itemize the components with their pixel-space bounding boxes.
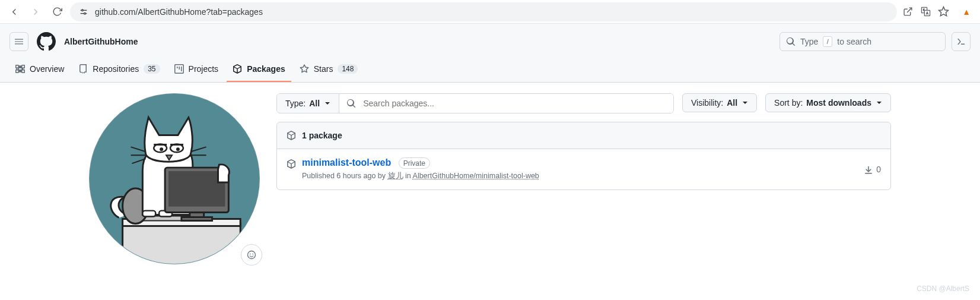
main-content: Type: All Visibility: All Sort by: Most …	[276, 93, 891, 269]
tab-packages[interactable]: Packages	[227, 59, 291, 82]
visibility-badge: Private	[399, 157, 430, 169]
svg-point-19	[160, 147, 163, 151]
svg-rect-23	[168, 171, 225, 207]
svg-line-4	[907, 8, 912, 12]
svg-point-3	[84, 12, 86, 14]
open-external-icon[interactable]	[902, 6, 914, 18]
search-prefix: Type	[800, 37, 818, 46]
browser-toolbar: github.com/AlbertGithubHome?tab=packages…	[0, 0, 980, 24]
github-logo-icon[interactable]	[37, 32, 56, 51]
command-palette-button[interactable]	[952, 32, 971, 51]
stars-count: 148	[338, 64, 358, 74]
site-settings-icon[interactable]	[78, 7, 89, 17]
package-search-input[interactable]	[339, 94, 673, 113]
repo-link[interactable]: AlbertGithubHome/minimalist-tool-web	[413, 172, 539, 180]
search-icon	[346, 99, 356, 108]
svg-point-20	[176, 147, 180, 151]
package-meta: Published 6 hours ago by 旋儿 in AlbertGit…	[302, 171, 858, 181]
svg-rect-13	[142, 211, 155, 217]
package-search-field[interactable]	[362, 98, 666, 109]
menu-button[interactable]	[9, 32, 28, 51]
filter-row: Type: All Visibility: All Sort by: Most …	[276, 93, 891, 113]
set-status-button[interactable]	[241, 244, 262, 266]
tab-repositories[interactable]: Repositories 35	[72, 59, 166, 82]
svg-marker-7	[938, 7, 948, 16]
extension-warning-icon[interactable]: ▲	[962, 7, 971, 17]
svg-point-27	[250, 254, 251, 255]
author-link[interactable]: 旋儿	[388, 172, 403, 180]
address-bar[interactable]: github.com/AlbertGithubHome?tab=packages	[70, 2, 897, 21]
browser-actions: ▲	[902, 6, 974, 18]
visibility-filter-button[interactable]: Visibility: All	[682, 93, 757, 112]
packages-box-header: 1 package	[277, 122, 890, 149]
packages-box: 1 package minimalist-tool-web Private Pu…	[276, 122, 891, 190]
caret-down-icon	[876, 100, 882, 106]
caret-down-icon	[324, 100, 330, 106]
forward-button[interactable]	[27, 4, 44, 20]
svg-rect-9	[123, 223, 241, 264]
search-suffix: to search	[837, 37, 871, 46]
download-count: 0	[864, 164, 881, 175]
back-button[interactable]	[6, 4, 23, 20]
svg-rect-25	[182, 217, 212, 221]
search-kbd: /	[823, 36, 832, 47]
tab-overview[interactable]: Overview	[9, 59, 70, 82]
github-header: AlbertGithubHome Type / to search Overvi…	[0, 24, 980, 83]
reload-button[interactable]	[49, 4, 65, 20]
search-icon	[786, 37, 796, 46]
smiley-icon	[247, 250, 256, 260]
search-input[interactable]: Type / to search	[779, 32, 946, 51]
type-filter-button[interactable]: Type: All	[277, 94, 339, 113]
context-name[interactable]: AlbertGithubHome	[64, 37, 138, 46]
profile-nav: Overview Repositories 35 Projects Packag…	[0, 59, 980, 82]
package-row: minimalist-tool-web Private Published 6 …	[277, 149, 890, 190]
svg-point-26	[248, 251, 256, 259]
bookmark-star-icon[interactable]	[937, 6, 949, 18]
package-icon	[287, 131, 296, 140]
download-icon	[864, 166, 873, 175]
tab-projects[interactable]: Projects	[168, 59, 225, 82]
repositories-count: 35	[144, 64, 160, 74]
translate-icon[interactable]	[919, 6, 931, 18]
avatar[interactable]	[89, 93, 260, 264]
caret-down-icon	[742, 100, 748, 106]
url-text: github.com/AlbertGithubHome?tab=packages	[95, 7, 263, 17]
svg-point-1	[82, 10, 84, 11]
package-icon	[287, 159, 296, 169]
package-name-link[interactable]: minimalist-tool-web	[302, 157, 391, 168]
tab-stars[interactable]: Stars 148	[294, 59, 364, 82]
sort-filter-button[interactable]: Sort by: Most downloads	[765, 93, 891, 112]
profile-sidebar	[89, 93, 265, 269]
type-and-search-group: Type: All	[276, 93, 674, 113]
page-layout: Type: All Visibility: All Sort by: Most …	[0, 83, 980, 269]
svg-point-28	[253, 254, 254, 255]
